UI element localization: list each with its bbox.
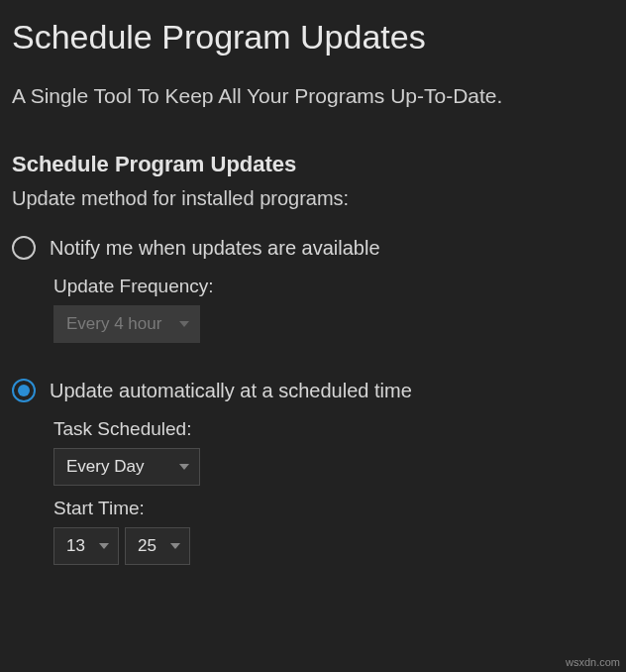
chevron-down-icon	[179, 464, 189, 470]
start-hour-value: 13	[66, 536, 85, 556]
chevron-down-icon	[99, 543, 109, 549]
radio-notify[interactable]	[12, 236, 36, 260]
task-scheduled-value: Every Day	[66, 457, 144, 477]
task-scheduled-label: Task Scheduled:	[53, 418, 614, 440]
task-scheduled-dropdown[interactable]: Every Day	[53, 448, 200, 486]
frequency-label: Update Frequency:	[53, 276, 614, 297]
section-heading: Schedule Program Updates	[12, 152, 614, 177]
chevron-down-icon	[179, 321, 189, 327]
section-sub: Update method for installed programs:	[12, 187, 614, 210]
radio-auto[interactable]	[12, 379, 36, 402]
page-subtitle: A Single Tool To Keep All Your Programs …	[12, 84, 614, 108]
watermark: wsxdn.com	[566, 656, 620, 668]
start-hour-dropdown[interactable]: 13	[53, 527, 119, 565]
start-minute-dropdown[interactable]: 25	[125, 527, 190, 565]
start-time-label: Start Time:	[53, 498, 614, 519]
frequency-value: Every 4 hour	[66, 314, 161, 334]
radio-row-notify[interactable]: Notify me when updates are available	[12, 236, 614, 260]
radio-auto-label: Update automatically at a scheduled time	[50, 380, 412, 402]
radio-row-auto[interactable]: Update automatically at a scheduled time	[12, 379, 614, 402]
radio-notify-label: Notify me when updates are available	[50, 237, 380, 260]
frequency-dropdown: Every 4 hour	[53, 305, 200, 343]
chevron-down-icon	[170, 543, 180, 549]
start-minute-value: 25	[138, 536, 156, 556]
page-title: Schedule Program Updates	[12, 18, 614, 56]
